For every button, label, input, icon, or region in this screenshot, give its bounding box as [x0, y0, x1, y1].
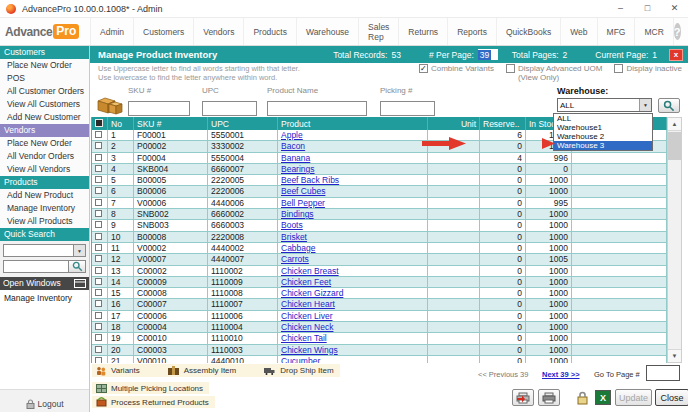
- product-link-chicken-neck[interactable]: Chicken Neck: [281, 322, 333, 332]
- combine-variants-option[interactable]: ✓ Combine Variants: [419, 64, 494, 82]
- row-checkbox[interactable]: [92, 322, 108, 333]
- row-checkbox[interactable]: [92, 277, 108, 288]
- row-checkbox[interactable]: [92, 153, 108, 164]
- next-page-link[interactable]: Next 39 >>: [542, 370, 580, 379]
- row-checkbox[interactable]: [92, 198, 108, 209]
- row-checkbox[interactable]: [92, 288, 108, 299]
- menu-item-reports[interactable]: Reports: [448, 18, 497, 45]
- product-link-boots[interactable]: Boots: [281, 220, 303, 230]
- warehouse-option-warehouse1[interactable]: Warehouse1: [554, 123, 652, 132]
- combine-variants-checkbox[interactable]: ✓: [419, 64, 428, 73]
- warehouse-search-button[interactable]: [658, 98, 680, 113]
- chevron-down-icon[interactable]: ▼: [639, 99, 651, 111]
- menu-item-admin[interactable]: Admin: [90, 18, 134, 45]
- product-link-beef-cubes[interactable]: Beef Cubes: [281, 186, 325, 196]
- column-header-sku[interactable]: SKU #: [134, 117, 208, 130]
- quick-search-button[interactable]: [69, 260, 86, 273]
- product-link-bearings[interactable]: Bearings: [281, 164, 315, 174]
- maximize-icon[interactable]: □: [634, 0, 661, 17]
- row-checkbox[interactable]: [92, 333, 108, 344]
- menu-item-vendors[interactable]: Vendors: [194, 18, 244, 45]
- product-link-chicken-heart[interactable]: Chicken Heart: [281, 299, 335, 309]
- display-advanced-uom-checkbox[interactable]: [506, 64, 515, 73]
- product-link-chicken-breast[interactable]: Chicken Breast: [281, 266, 339, 276]
- product-link-cucumber[interactable]: Cucumber: [281, 356, 320, 363]
- menu-item-sales-rep[interactable]: Sales Rep: [359, 18, 399, 45]
- minimize-icon[interactable]: –: [607, 0, 634, 17]
- menu-item-returns[interactable]: Returns: [399, 18, 448, 45]
- product-link-apple[interactable]: Apple: [281, 130, 303, 140]
- row-checkbox[interactable]: [92, 299, 108, 310]
- chevron-down-icon[interactable]: ▼: [73, 245, 85, 256]
- scroll-down-icon[interactable]: ▼: [668, 349, 681, 362]
- product-link-chicken-gizzard[interactable]: Chicken Gizzard: [281, 288, 343, 298]
- row-checkbox[interactable]: [92, 186, 108, 197]
- row-checkbox[interactable]: [92, 209, 108, 220]
- menu-item-quickbooks[interactable]: QuickBooks: [497, 18, 561, 45]
- product-link-banana[interactable]: Banana: [281, 153, 310, 163]
- print-labels-button[interactable]: [512, 389, 534, 406]
- update-button[interactable]: Update: [615, 389, 652, 406]
- previous-page-link[interactable]: << Previous 39: [478, 370, 528, 379]
- scroll-up-icon[interactable]: ▲: [668, 118, 681, 131]
- print-button[interactable]: [538, 389, 560, 406]
- column-header-reserve[interactable]: Reserve..: [480, 117, 526, 130]
- table-scrollbar[interactable]: ▲ ▼: [667, 117, 682, 363]
- product-link-cabbage[interactable]: Cabbage: [281, 243, 316, 253]
- row-checkbox[interactable]: [92, 130, 108, 141]
- column-header-unit[interactable]: Unit: [428, 117, 480, 130]
- row-checkbox[interactable]: [92, 266, 108, 277]
- row-checkbox[interactable]: [92, 243, 108, 254]
- row-checkbox[interactable]: [92, 356, 108, 363]
- display-inactive-option[interactable]: Display inactive: [614, 64, 682, 82]
- row-checkbox[interactable]: [92, 164, 108, 175]
- window-list-icon[interactable]: [74, 279, 86, 288]
- row-checkbox[interactable]: [92, 345, 108, 356]
- sidebar-item-place-new-order[interactable]: Place New Order: [0, 137, 89, 150]
- sidebar-item-pos[interactable]: POS: [0, 72, 89, 85]
- menu-item-warehouse[interactable]: Warehouse: [297, 18, 359, 45]
- close-button[interactable]: Close: [655, 389, 688, 406]
- export-excel-button[interactable]: X: [595, 390, 611, 405]
- open-window-item-manage-inventory[interactable]: Manage Inventory: [0, 290, 89, 305]
- warehouse-option-all[interactable]: ALL: [554, 114, 652, 123]
- sidebar-item-place-new-order[interactable]: Place New Order: [0, 59, 89, 72]
- menu-item-mfg[interactable]: MFG: [598, 18, 636, 45]
- close-icon[interactable]: ✕: [661, 0, 688, 17]
- product-link-bell-pepper[interactable]: Bell Pepper: [281, 198, 325, 208]
- product-link-bindings[interactable]: Bindings: [281, 209, 314, 219]
- product-link-beef-back-ribs[interactable]: Beef Back Ribs: [281, 175, 339, 185]
- product-link-chicken-feet[interactable]: Chicken Feet: [281, 277, 331, 287]
- picking-input[interactable]: [380, 101, 435, 116]
- display-advanced-uom-option[interactable]: Display Advanced UOM (View Only): [506, 64, 602, 82]
- product-link-chicken-wings[interactable]: Chicken Wings: [281, 345, 338, 355]
- sku-input[interactable]: [128, 101, 190, 116]
- column-header-upc[interactable]: UPC: [208, 117, 278, 130]
- menu-item-customers[interactable]: Customers: [134, 18, 194, 45]
- scrollbar-thumb[interactable]: [668, 132, 681, 160]
- sidebar-item-view-all-customers[interactable]: View All Customers: [0, 98, 89, 111]
- menu-item-web[interactable]: Web: [561, 18, 597, 45]
- product-link-chicken-tail[interactable]: Chicken Tail: [281, 333, 327, 343]
- row-checkbox[interactable]: [92, 254, 108, 265]
- product-link-brisket[interactable]: Brisket: [281, 232, 307, 242]
- sidebar-item-all-customer-orders[interactable]: All Customer Orders: [0, 85, 89, 98]
- row-checkbox[interactable]: [92, 175, 108, 186]
- select-all-checkbox[interactable]: [92, 117, 108, 130]
- column-header-no[interactable]: No: [108, 117, 134, 130]
- menu-item-products[interactable]: Products: [244, 18, 297, 45]
- row-checkbox[interactable]: [92, 311, 108, 322]
- help-icon[interactable]: ?: [674, 23, 681, 40]
- column-header-product[interactable]: Product: [278, 117, 428, 130]
- panel-close-button[interactable]: x: [669, 49, 683, 61]
- sidebar-item-add-new-product[interactable]: Add New Product: [0, 189, 89, 202]
- row-checkbox[interactable]: [92, 232, 108, 243]
- row-checkbox[interactable]: [92, 141, 108, 152]
- product-link-chicken-liver[interactable]: Chicken Liver: [281, 311, 333, 321]
- warehouse-option-warehouse-3[interactable]: Warehouse 3: [554, 141, 652, 150]
- warehouse-option-warehouse-2[interactable]: Warehouse 2: [554, 132, 652, 141]
- row-checkbox[interactable]: [92, 220, 108, 231]
- menu-item-mcr[interactable]: MCR: [635, 18, 673, 45]
- product-name-input[interactable]: [267, 101, 367, 116]
- goto-page-input[interactable]: [646, 365, 680, 381]
